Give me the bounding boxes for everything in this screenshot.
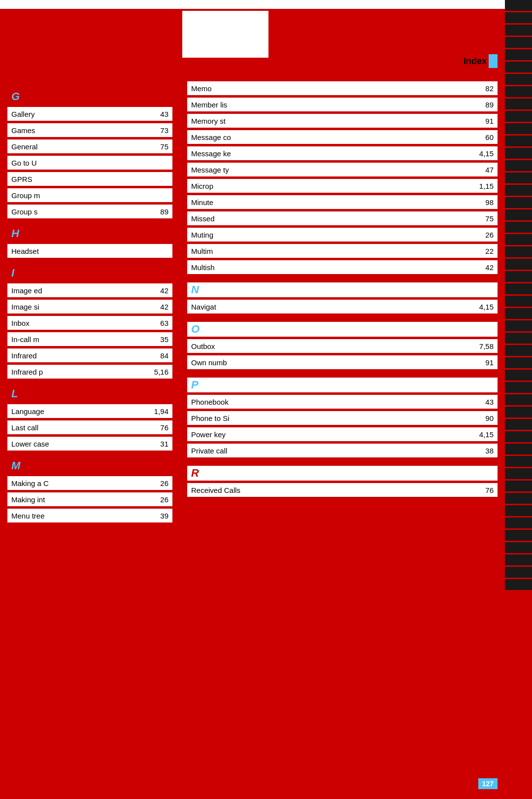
entry-term: Making int <box>11 495 149 504</box>
sidebar-stripe-10 <box>505 111 532 122</box>
entry-term: Navigat <box>191 303 469 311</box>
section-r-letter: R <box>187 466 498 481</box>
entry-term: Infrared <box>11 351 149 360</box>
sidebar-stripe-31 <box>505 370 532 381</box>
sidebar-stripe-37 <box>505 444 532 454</box>
sidebar-stripe-28 <box>505 333 532 344</box>
section-m-letter: M <box>7 459 172 472</box>
sidebar-stripe-34 <box>505 407 532 417</box>
entry-term: Missed <box>191 214 469 223</box>
list-item: Making a C 26 <box>7 476 172 490</box>
entry-page: 1,94 <box>149 407 168 416</box>
sidebar-stripe-36 <box>505 431 532 442</box>
list-item: Memory st 91 <box>187 114 498 128</box>
entry-page: 39 <box>149 512 168 520</box>
list-item: Minute 98 <box>187 195 498 209</box>
entry-term: Group m <box>11 191 149 200</box>
sidebar-stripe-21 <box>505 246 532 257</box>
spacer-n <box>187 277 498 282</box>
list-item: Multim 22 <box>187 244 498 258</box>
missed-entry: Missed 75 <box>187 211 498 225</box>
entry-term: Memory st <box>191 117 469 125</box>
sidebar-stripe-9 <box>505 99 532 109</box>
list-item: Games 73 <box>7 123 172 137</box>
list-item: GPRS <box>7 172 172 186</box>
entry-term: Last call <box>11 423 149 432</box>
entry-page: 31 <box>149 440 168 448</box>
section-n-letter: N <box>187 282 498 297</box>
page-number: 127 <box>478 778 498 789</box>
entry-term: Making a C <box>11 479 149 487</box>
section-p-letter: P <box>187 378 498 392</box>
entry-term: Image si <box>11 303 149 311</box>
list-item: Outbox 7,58 <box>187 339 498 353</box>
entry-term: Gallery <box>11 110 149 118</box>
list-item: Making int 26 <box>7 492 172 506</box>
entry-term: Message ke <box>191 149 469 158</box>
entry-page: 1,15 <box>469 182 494 190</box>
sidebar-stripe-39 <box>505 468 532 479</box>
sidebar-stripe-7 <box>505 74 532 85</box>
list-item: Image si 42 <box>7 300 172 313</box>
list-item: Last call 76 <box>7 420 172 434</box>
list-item: Message ty 47 <box>187 163 498 176</box>
entry-page: 91 <box>469 117 494 125</box>
list-item: Navigat 4,15 <box>187 300 498 313</box>
entry-page: 38 <box>469 447 494 455</box>
entry-term: Received Calls <box>191 486 469 494</box>
entry-page: 76 <box>149 423 168 432</box>
entry-term: Member lis <box>191 101 469 109</box>
sidebar-stripe-14 <box>505 160 532 171</box>
index-title: Index <box>464 56 487 67</box>
entry-page: 4,15 <box>469 430 494 439</box>
sidebar-stripe-45 <box>505 542 532 553</box>
entry-term: Go to U <box>11 159 149 167</box>
sidebar-stripe-2 <box>505 12 532 23</box>
entry-term: Infrared p <box>11 368 149 376</box>
spacer-r <box>187 460 498 466</box>
entry-term: Inbox <box>11 319 149 327</box>
entry-page: 98 <box>469 198 494 207</box>
sidebar-stripe-42 <box>505 505 532 516</box>
top-white-bar <box>182 0 268 9</box>
list-item: Gallery 43 <box>7 107 172 121</box>
spacer-p <box>187 372 498 378</box>
entry-page: 5,16 <box>149 368 168 376</box>
entry-term: Group s <box>11 208 149 216</box>
list-item: Headset <box>7 244 172 258</box>
entry-page: 42 <box>149 303 168 311</box>
entry-page: 7,58 <box>469 342 494 350</box>
sidebar-stripe-44 <box>505 530 532 541</box>
sidebar-stripe-38 <box>505 456 532 467</box>
entry-page: 82 <box>469 84 494 93</box>
entry-term: GPRS <box>11 175 149 183</box>
sidebar-stripe-46 <box>505 555 532 565</box>
sidebar-stripe-30 <box>505 357 532 368</box>
right-column: Memo 82 Member lis 89 Memory st 91 Messa… <box>180 76 505 774</box>
sidebar-stripe-48 <box>505 579 532 590</box>
list-item: Private call 38 <box>187 444 498 457</box>
right-sidebar <box>505 0 532 799</box>
entry-page: 76 <box>469 486 494 494</box>
list-item: Group s 89 <box>7 205 172 218</box>
entry-term: Games <box>11 126 149 135</box>
entry-page: 47 <box>469 166 494 174</box>
list-item: Infrared 84 <box>7 348 172 362</box>
section-h-letter: H <box>7 227 172 240</box>
entry-page: 89 <box>149 208 168 216</box>
entry-page: 60 <box>469 133 494 141</box>
entry-term: Own numb <box>191 358 469 367</box>
entry-page: 75 <box>469 214 494 223</box>
entry-page: 26 <box>469 231 494 239</box>
entry-term: Muting <box>191 231 469 239</box>
section-i-letter: I <box>7 267 172 279</box>
entry-term: Message ty <box>191 166 469 174</box>
spacer-o <box>187 316 498 322</box>
section-g-letter: G <box>7 90 172 103</box>
sidebar-stripe-23 <box>505 271 532 282</box>
sidebar-stripe-20 <box>505 234 532 245</box>
list-item: Group m <box>7 188 172 202</box>
sidebar-stripe-18 <box>505 209 532 220</box>
index-header: Index <box>464 54 498 68</box>
entry-term: General <box>11 142 149 151</box>
